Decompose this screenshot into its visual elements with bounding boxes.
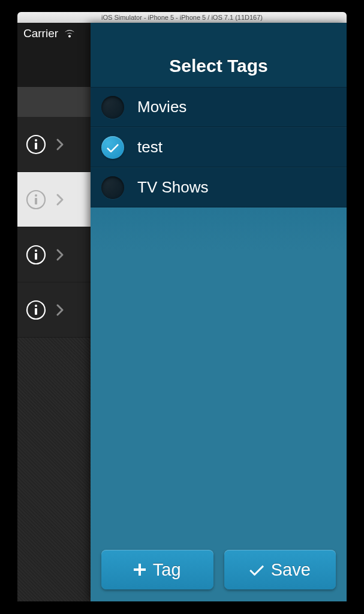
save-label: Save — [271, 560, 311, 580]
tag-row[interactable]: TV Shows — [91, 167, 347, 207]
add-tag-label: Tag — [153, 560, 181, 580]
tag-list: MoviestestTV Shows — [91, 87, 347, 207]
tag-row[interactable]: test — [91, 127, 347, 167]
panel-footer: Tag Save — [91, 541, 347, 601]
check-icon — [249, 564, 264, 576]
chevron-right-icon — [56, 138, 64, 151]
svg-point-1 — [35, 139, 37, 142]
svg-rect-11 — [35, 308, 37, 315]
add-tag-button[interactable]: Tag — [101, 550, 213, 589]
svg-rect-8 — [35, 253, 37, 260]
simulator-title: iOS Simulator - iPhone 5 - iPhone 5 / iO… — [101, 14, 263, 21]
info-icon[interactable] — [26, 245, 46, 265]
chevron-right-icon — [56, 303, 64, 317]
device-screen: Carrier 5:43 PM Select Tags MoviestestTV… — [17, 23, 347, 601]
svg-point-10 — [35, 305, 37, 307]
save-button[interactable]: Save — [224, 550, 336, 589]
tag-label: test — [137, 138, 163, 156]
info-icon[interactable] — [26, 189, 46, 210]
select-tags-panel: Select Tags MoviestestTV Shows Tag Save — [91, 23, 347, 601]
tag-checkbox[interactable] — [101, 176, 124, 199]
plus-icon — [134, 564, 146, 576]
wifi-icon — [63, 29, 76, 38]
tag-checkbox[interactable] — [101, 96, 124, 119]
panel-header: Select Tags — [91, 23, 347, 87]
tag-row[interactable]: Movies — [91, 87, 347, 127]
tag-label: Movies — [137, 98, 186, 116]
info-icon[interactable] — [26, 134, 46, 155]
chevron-right-icon — [56, 248, 64, 261]
svg-point-4 — [35, 194, 37, 197]
svg-rect-2 — [35, 143, 37, 149]
tag-checkbox[interactable] — [101, 136, 124, 159]
panel-title: Select Tags — [169, 56, 268, 76]
svg-point-7 — [35, 249, 37, 252]
simulator-titlebar: iOS Simulator - iPhone 5 - iPhone 5 / iO… — [17, 12, 347, 23]
tag-label: TV Shows — [137, 178, 209, 197]
svg-rect-5 — [35, 198, 37, 204]
carrier-label: Carrier — [23, 27, 58, 40]
chevron-right-icon — [56, 193, 64, 206]
info-icon[interactable] — [26, 300, 46, 320]
